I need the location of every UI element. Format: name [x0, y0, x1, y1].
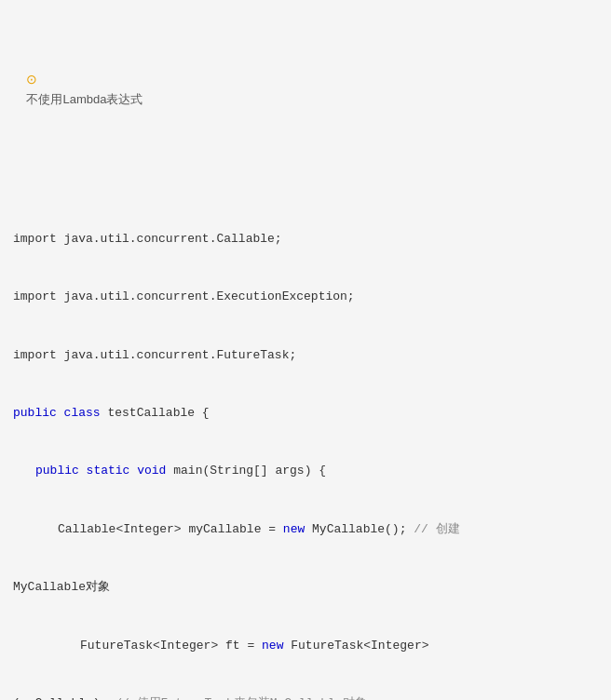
code-line-2: import java.util.concurrent.ExecutionExc…: [13, 288, 598, 307]
code-line-7b: (myCallable); // 使用FutureTask来包装MyCallab…: [13, 694, 598, 700]
code-viewer: ⊙ 不使用Lambda表达式 import java.util.concurre…: [0, 0, 611, 700]
code-line-6b: MyCallable对象: [13, 578, 598, 598]
title-icon: ⊙: [26, 72, 37, 87]
code-line-3: import java.util.concurrent.FutureTask;: [13, 346, 598, 366]
code-line-4: public class testCallable {: [13, 404, 598, 424]
code-line-1: import java.util.concurrent.Callable;: [13, 230, 598, 249]
code-line-6: Callable<Integer> myCallable = new MyCal…: [13, 520, 598, 540]
code-line-5: public static void main(String[] args) {: [13, 462, 598, 481]
code-line-7: FutureTask<Integer> ft = new FutureTask<…: [13, 637, 598, 656]
title-text: 不使用Lambda表达式: [26, 92, 143, 106]
title-bar: ⊙ 不使用Lambda表达式: [13, 50, 598, 129]
code-block: import java.util.concurrent.Callable; im…: [13, 191, 598, 700]
